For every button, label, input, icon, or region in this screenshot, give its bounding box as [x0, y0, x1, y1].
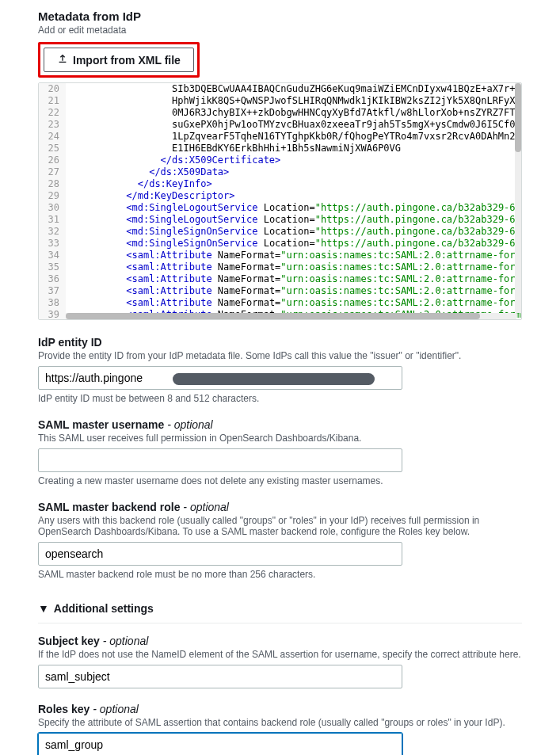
master-role-hint: SAML master backend role must be no more… — [38, 569, 522, 580]
code-line: 30 <md:SingleLogoutService Location="htt… — [39, 202, 521, 214]
upload-icon — [57, 53, 68, 67]
metadata-title: Metadata from IdP — [38, 10, 522, 23]
code-line: 27 </ds:X509Data> — [39, 166, 521, 178]
code-line: 36 <saml:Attribute NameFormat="urn:oasis… — [39, 273, 521, 285]
code-line: 23 suGxePX0hjPw1ooTMYzvcBHuax0zxeeaTr9ja… — [39, 119, 521, 131]
master-user-help: This SAML user receives full permission … — [38, 433, 522, 444]
code-line: 32 <md:SingleSignOnService Location="htt… — [39, 226, 521, 238]
subject-key-input[interactable] — [38, 665, 402, 688]
redacted-overlay — [173, 373, 375, 385]
master-role-help: Any users with this backend role (usuall… — [38, 515, 522, 537]
code-line: 35 <saml:Attribute NameFormat="urn:oasis… — [39, 261, 521, 273]
chevron-down-icon: ▼ — [38, 602, 49, 615]
roles-key-label: Roles key - optional — [38, 703, 522, 715]
code-line: 25 E1IH6EBdKY6ErkBhHhi+1Bh5sNawmiNjXWA6P… — [39, 143, 521, 154]
code-line: 37 <saml:Attribute NameFormat="urn:oasis… — [39, 285, 521, 297]
roles-key-input[interactable] — [38, 733, 402, 755]
roles-key-help: Specify the attribute of SAML assertion … — [38, 717, 522, 728]
entity-id-hint: IdP entity ID must be between 8 and 512 … — [38, 393, 522, 404]
import-xml-button[interactable]: Import from XML file — [44, 48, 194, 72]
code-line: 21 HphWjikK8QS+QwNSPJwofSLHIRqQNMwdk1jKI… — [39, 95, 521, 107]
additional-settings-label: Additional settings — [54, 602, 154, 615]
code-line: 26 </ds:X509Certificate> — [39, 154, 521, 166]
master-user-input[interactable] — [38, 448, 402, 472]
xml-code-editor[interactable]: 20 SIb3DQEBCwUAA4IBAQCnGuduZHG6eKuq9maiW… — [38, 82, 522, 320]
subject-key-label: Subject key - optional — [38, 635, 522, 647]
metadata-desc: Add or edit metadata — [38, 25, 522, 36]
subject-key-help: If the IdP does not use the NameID eleme… — [38, 649, 522, 660]
import-xml-label: Import from XML file — [73, 54, 181, 67]
vertical-scrollbar[interactable] — [515, 83, 521, 313]
master-user-label: SAML master username - optional — [38, 418, 522, 431]
master-role-label: SAML master backend role - optional — [38, 501, 522, 513]
horizontal-scrollbar[interactable] — [66, 313, 516, 319]
code-line: 38 <saml:Attribute NameFormat="urn:oasis… — [39, 297, 521, 309]
code-line: 22 0MJ6R3JchyBIX++zkDobgwHHNCqyXyBfd7Atk… — [39, 107, 521, 119]
import-highlight: Import from XML file — [38, 42, 200, 78]
code-line: 33 <md:SingleSignOnService Location="htt… — [39, 238, 521, 250]
master-role-input[interactable] — [38, 542, 402, 566]
code-line: 31 <md:SingleLogoutService Location="htt… — [39, 214, 521, 226]
entity-id-label: IdP entity ID — [38, 336, 522, 349]
master-user-hint: Creating a new master username does not … — [38, 475, 522, 486]
code-line: 20 SIb3DQEBCwUAA4IBAQCnGuduZHG6eKuq9maiW… — [39, 83, 521, 95]
code-line: 34 <saml:Attribute NameFormat="urn:oasis… — [39, 250, 521, 261]
code-line: 24 1LpZqvearF5TqheN16TYTghpKkb0R/fQhogPe… — [39, 131, 521, 143]
code-line: 28 </ds:KeyInfo> — [39, 178, 521, 190]
code-line: 29 </md:KeyDescriptor> — [39, 190, 521, 202]
additional-settings-toggle[interactable]: ▼ Additional settings — [38, 594, 522, 623]
entity-id-help: Provide the entity ID from your IdP meta… — [38, 350, 522, 361]
